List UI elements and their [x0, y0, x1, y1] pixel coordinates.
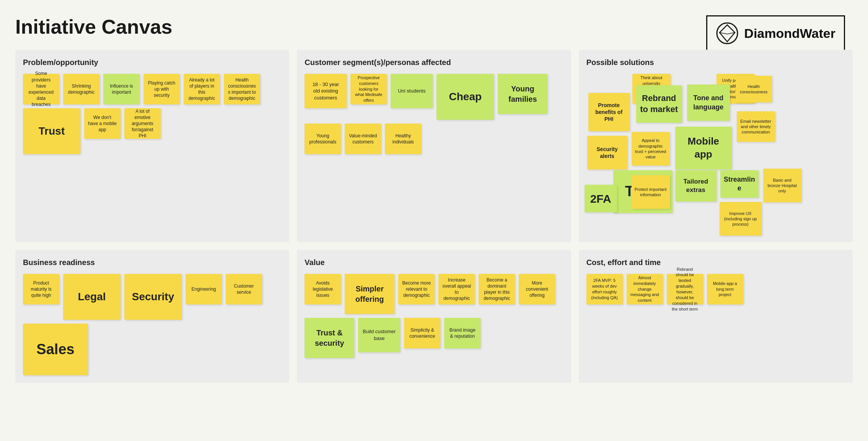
value-notes: Avoids legislative issues Simpler offeri… [305, 274, 563, 358]
solutions-notes: Think about university students, couples… [586, 74, 845, 234]
list-item: Security [124, 274, 182, 320]
solutions-section: Possible solutions Think about universit… [579, 50, 853, 242]
list-item: Improve UX (including sign up process) [720, 202, 762, 236]
list-item: Almost immediately change messaging and … [627, 274, 663, 304]
list-item: Young professionals [305, 124, 341, 154]
list-item: Promote benefits of PHI [588, 93, 630, 131]
list-item: Uni students [391, 74, 433, 108]
list-item: Become more relevant to demographic [398, 274, 435, 304]
list-item: Protect important information [632, 175, 670, 209]
list-item: Some providers have experienced data bre… [23, 74, 59, 104]
business-section: Business readiness Product maturity is q… [15, 250, 289, 383]
list-item: Tone and language [687, 85, 730, 121]
list-item: Mobile app [675, 127, 732, 169]
business-notes: Product maturity is quite high Legal Sec… [23, 274, 282, 375]
logo-box: DiamondWater [706, 15, 845, 51]
list-item: Rebrand should be landed gradually, howe… [667, 274, 703, 304]
list-item: A lot of emotive arguments for/against P… [124, 108, 161, 139]
list-item: Influence is important [103, 74, 140, 104]
list-item: Brand image & reputation [444, 318, 480, 348]
list-item: Legal [63, 274, 121, 320]
list-item: Playing catch up with security [143, 74, 180, 104]
list-item: Health consciousness important to demogr… [224, 74, 260, 104]
list-item: Simplicity & convenience [404, 318, 440, 348]
svg-marker-1 [720, 25, 735, 42]
problem-section: Problem/opportunity Some providers have … [15, 50, 289, 242]
list-item: Healthy individuals [385, 124, 421, 154]
list-item: Build customer base [358, 318, 400, 352]
list-item: Simpler offering [345, 274, 394, 314]
list-item: Trust & security [305, 318, 354, 358]
list-item: Streamline [720, 170, 759, 198]
value-section: Value Avoids legislative issues Simpler … [297, 250, 571, 383]
business-title: Business readiness [23, 258, 282, 267]
list-item: Trust [23, 108, 80, 154]
list-item: Mobile app a long term project [707, 274, 743, 304]
list-item: Prospective customers looking for what M… [350, 74, 387, 104]
list-item: Health consciousness [736, 76, 772, 103]
list-item: Cheap [436, 74, 494, 120]
list-item: Appeal to demographic trust + perceived … [632, 132, 670, 166]
svg-marker-2 [720, 25, 735, 34]
list-item: Basic and bronze Hospital only [763, 169, 801, 202]
list-item: More convenient offering [519, 274, 555, 304]
list-item: Security alerts [587, 136, 627, 169]
list-item: Already a lot of players in this demogra… [184, 74, 220, 104]
cost-notes: 2FA MVP: 5 weeks of dev effort roughly (… [586, 274, 845, 304]
cost-section: Cost, effort and time 2FA MVP: 5 weeks o… [579, 250, 853, 383]
list-item: Rebrand to market [636, 85, 682, 123]
customer-notes: 18 - 30 year old existing customers Pros… [305, 74, 563, 154]
list-item: Sales [23, 324, 88, 375]
list-item: Value-minded customers [345, 124, 381, 154]
list-item: Increase overall appeal to demographic [438, 274, 475, 304]
list-item: Tailored extras [675, 170, 717, 202]
list-item: Become a dominant player in this demogra… [479, 274, 515, 304]
problem-notes: Some providers have experienced data bre… [23, 74, 282, 154]
cost-title: Cost, effort and time [586, 258, 845, 267]
value-title: Value [305, 258, 563, 267]
list-item: Email newsletter and other timely commun… [737, 111, 775, 142]
list-item: Engineering [186, 274, 222, 304]
customer-title: Customer segment(s)/personas affected [305, 58, 563, 67]
list-item: 2FA [585, 185, 617, 212]
list-item: Product maturity is quite high [23, 274, 59, 304]
solutions-title: Possible solutions [586, 58, 845, 67]
logo-text: DiamondWater [744, 26, 835, 41]
list-item: 2FA MVP: 5 weeks of dev effort roughly (… [586, 274, 623, 304]
list-item: Young families [498, 74, 547, 114]
list-item: Customer service [226, 274, 262, 304]
canvas-grid: Problem/opportunity Some providers have … [15, 50, 853, 383]
list-item: 18 - 30 year old existing customers [305, 74, 347, 108]
customer-section: Customer segment(s)/personas affected 18… [297, 50, 571, 242]
diamond-icon [716, 22, 739, 45]
problem-title: Problem/opportunity [23, 58, 282, 67]
list-item: Shrinking demographic [63, 74, 99, 104]
list-item: We don't have a mobile app [84, 108, 121, 139]
list-item: Avoids legislative issues [305, 274, 341, 304]
